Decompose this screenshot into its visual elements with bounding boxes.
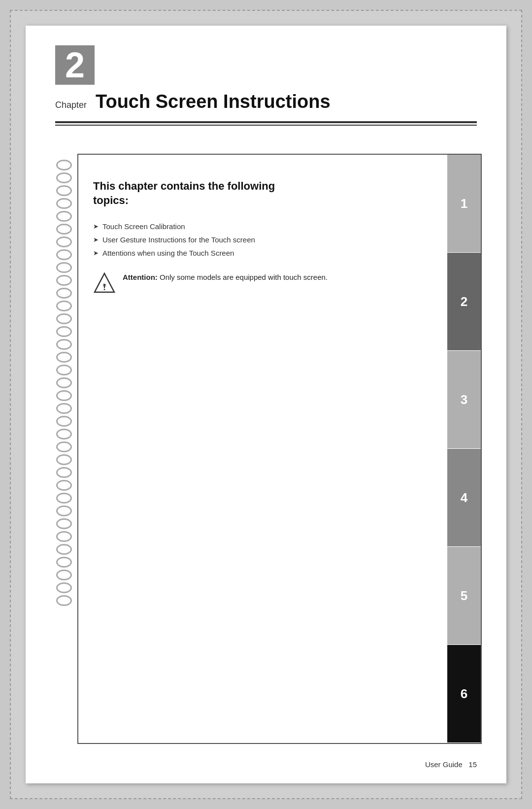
spiral-ring <box>56 236 72 247</box>
chapter-number-bg: 2 <box>55 45 95 85</box>
toc-heading: This chapter contains the following topi… <box>93 179 432 207</box>
spiral-ring <box>56 582 72 593</box>
title-rule <box>55 121 477 126</box>
warning-icon: ! ≋ <box>93 272 116 295</box>
spiral-ring <box>56 557 72 568</box>
tab-item-6[interactable]: 6 <box>447 645 481 743</box>
spiral-ring <box>56 441 72 452</box>
spiral-ring <box>56 416 72 427</box>
spiral-ring <box>56 544 72 555</box>
spiral-ring <box>56 454 72 465</box>
tab-nav: 123456 <box>447 155 481 743</box>
spiral-ring <box>56 531 72 542</box>
spiral-ring <box>56 301 72 311</box>
spiral-ring <box>56 377 72 388</box>
spiral-ring <box>56 493 72 504</box>
notebook-inner: This chapter contains the following topi… <box>77 154 482 744</box>
page-number: 15 <box>468 760 477 769</box>
spiral-ring <box>56 275 72 286</box>
footer-guide-label: User Guide <box>425 760 463 769</box>
toc-list: Touch Screen Calibration User Gesture In… <box>93 222 432 257</box>
spiral-ring <box>56 249 72 260</box>
attention-body: Only some models are equipped with touch… <box>160 273 328 281</box>
chapter-number: 2 <box>65 47 85 83</box>
spiral-ring <box>56 185 72 196</box>
spiral-ring <box>56 224 72 235</box>
attention-box: ! ≋ Attention: Only some models are equi… <box>93 272 432 295</box>
spiral-ring <box>56 326 72 337</box>
spiral-ring <box>56 160 72 170</box>
notebook-area: This chapter contains the following topi… <box>50 154 482 744</box>
spiral-ring <box>56 570 72 580</box>
spiral-ring <box>56 198 72 209</box>
chapter-label: Chapter <box>55 100 87 110</box>
page-footer: User Guide 15 <box>425 760 477 769</box>
spiral-ring <box>56 506 72 516</box>
spiral-ring <box>56 595 72 606</box>
tab-item-1[interactable]: 1 <box>447 155 481 253</box>
spiral-ring <box>56 467 72 478</box>
chapter-title: Touch Screen Instructions <box>96 91 330 112</box>
tab-item-2[interactable]: 2 <box>447 253 481 351</box>
spiral-ring <box>56 365 72 375</box>
spiral-ring <box>56 480 72 491</box>
page: 2 Chapter Touch Screen Instructions This… <box>26 26 506 783</box>
spiral-binding <box>50 154 77 744</box>
spiral-ring <box>56 172 72 183</box>
spiral-ring <box>56 352 72 363</box>
spiral-ring <box>56 518 72 529</box>
spiral-ring <box>56 390 72 401</box>
list-item: Attentions when using the Touch Screen <box>93 249 432 257</box>
spiral-ring <box>56 403 72 414</box>
spiral-ring <box>56 429 72 439</box>
spiral-ring <box>56 313 72 324</box>
tab-item-4[interactable]: 4 <box>447 449 481 547</box>
svg-text:≋: ≋ <box>102 282 106 288</box>
list-item: Touch Screen Calibration <box>93 222 432 231</box>
spiral-ring <box>56 211 72 222</box>
notebook-content: This chapter contains the following topi… <box>78 155 447 743</box>
chapter-title-row: Chapter Touch Screen Instructions <box>55 91 477 112</box>
tab-item-3[interactable]: 3 <box>447 351 481 449</box>
spiral-ring <box>56 339 72 350</box>
attention-label: Attention: <box>123 273 158 281</box>
attention-text: Attention: Only some models are equipped… <box>123 272 328 283</box>
spiral-ring <box>56 262 72 273</box>
outer-border: 2 Chapter Touch Screen Instructions This… <box>10 10 522 799</box>
spiral-ring <box>56 288 72 299</box>
chapter-number-block: 2 <box>55 45 95 85</box>
chapter-header: 2 Chapter Touch Screen Instructions <box>26 26 506 112</box>
list-item: User Gesture Instructions for the Touch … <box>93 236 432 244</box>
tab-item-5[interactable]: 5 <box>447 547 481 645</box>
